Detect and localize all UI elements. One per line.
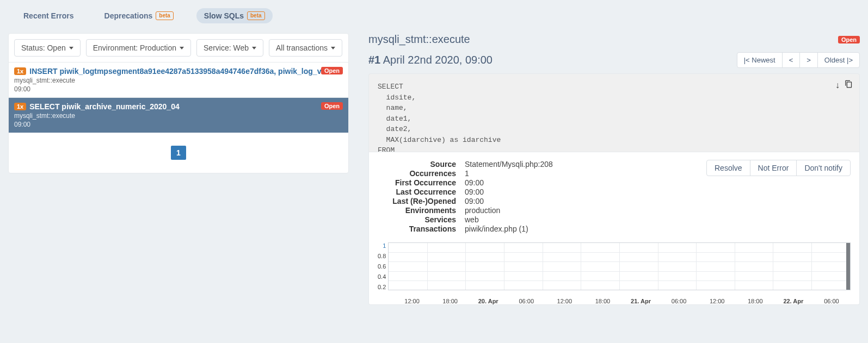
chevron-down-icon: [69, 47, 73, 49]
expand-down-icon[interactable]: ↓: [835, 79, 840, 92]
filter-transactions[interactable]: All transactions: [269, 39, 342, 57]
detail-title: mysqli_stmt::execute: [368, 33, 470, 46]
error-sub: mysqli_stmt::execute: [14, 77, 343, 84]
error-list-panel: Status: Open Environment: Production Ser…: [8, 33, 349, 173]
error-sub: mysqli_stmt::execute: [14, 112, 343, 120]
nav-oldest-button[interactable]: Oldest |>: [817, 52, 860, 68]
error-title: INSERT piwik_logtmpsegment8a91ee4287a513…: [29, 67, 332, 76]
detail-actions: Resolve Not Error Don't notify: [706, 160, 851, 176]
occurrence-chart: 1 0.8 0.6 0.4 0.2: [378, 242, 851, 304]
sql-preview: ↓SELECT idsite, name, date1, date2, MAX(…: [368, 73, 860, 152]
filter-service[interactable]: Service: Web: [196, 39, 263, 57]
resolve-button[interactable]: Resolve: [706, 160, 750, 176]
error-time: 09:00: [14, 121, 343, 128]
nav-newest-button[interactable]: |< Newest: [737, 52, 783, 68]
error-list-item[interactable]: Open 1x SELECT piwik_archive_numeric_202…: [9, 97, 348, 133]
nav-prev-button[interactable]: <: [782, 52, 801, 68]
filter-environment[interactable]: Environment: Production: [86, 39, 191, 57]
occurrence-title: #1 April 22nd 2020, 09:00: [368, 54, 493, 66]
tab-label: Deprecations: [104, 11, 153, 20]
beta-badge: beta: [247, 11, 265, 20]
copy-icon[interactable]: [845, 79, 853, 92]
filter-status[interactable]: Status: Open: [14, 39, 81, 57]
chart-x-axis: 12:00 18:00 20. Apr 06:00 12:00 18:00 21…: [393, 296, 851, 304]
tab-label: Slow SQLs: [204, 11, 244, 20]
chart-plot-area: [388, 242, 851, 290]
tabs: Recent Errors Deprecations beta Slow SQL…: [8, 8, 860, 23]
chart-bar: [846, 243, 850, 290]
occurrence-nav: |< Newest < > Oldest |>: [737, 52, 860, 68]
chevron-down-icon: [252, 47, 256, 49]
tab-deprecations[interactable]: Deprecations beta: [97, 8, 181, 23]
detail-meta-table: SourceStatement/Mysqli.php:208 Occurrenc…: [378, 160, 553, 234]
status-badge: Open: [838, 36, 860, 43]
count-badge: 1x: [14, 67, 26, 75]
not-error-button[interactable]: Not Error: [750, 160, 797, 176]
status-badge: Open: [321, 102, 343, 110]
error-title: SELECT piwik_archive_numeric_2020_04: [29, 102, 179, 111]
chevron-down-icon: [331, 47, 335, 49]
nav-next-button[interactable]: >: [799, 52, 818, 68]
beta-badge: beta: [156, 11, 174, 20]
status-badge: Open: [321, 67, 343, 74]
chart-y-axis: 1 0.8 0.6 0.4 0.2: [378, 242, 388, 290]
tab-recent-errors[interactable]: Recent Errors: [16, 8, 82, 23]
tab-label: Recent Errors: [23, 11, 74, 20]
error-list-item[interactable]: Open 1x INSERT piwik_logtmpsegment8a91ee…: [9, 62, 348, 97]
chevron-down-icon: [180, 47, 184, 49]
tab-slow-sqls[interactable]: Slow SQLs beta: [196, 8, 273, 23]
count-badge: 1x: [14, 103, 26, 110]
dont-notify-button[interactable]: Don't notify: [796, 160, 851, 176]
pagination: 1: [9, 133, 348, 173]
error-time: 09:00: [14, 85, 343, 93]
page-button[interactable]: 1: [171, 146, 186, 160]
